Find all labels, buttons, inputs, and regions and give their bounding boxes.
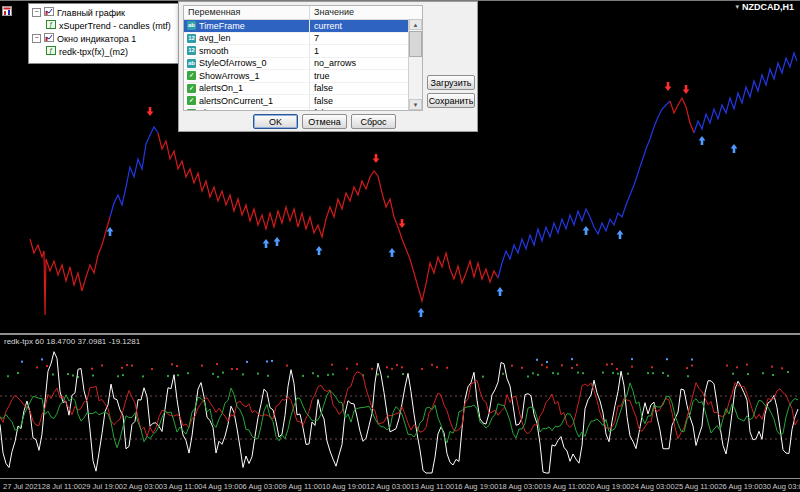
column-header-variable: Переменная xyxy=(184,6,310,19)
signal-dot-red xyxy=(331,364,333,366)
price-segment-down xyxy=(30,217,110,315)
parameter-row[interactable]: ✓alertsOn_1false xyxy=(184,83,422,96)
cancel-button[interactable]: Отмена xyxy=(302,114,347,129)
parameter-name-cell: 12smooth xyxy=(184,45,310,57)
parameter-type-icon: ✓ xyxy=(187,71,196,80)
scrollbar-thumb[interactable] xyxy=(409,31,422,57)
signal-arrow-down xyxy=(399,219,406,228)
reset-button[interactable]: Сброс xyxy=(351,114,396,129)
signal-dot-red xyxy=(561,364,563,366)
signal-arrow-up xyxy=(418,308,425,317)
chart-icon xyxy=(44,33,54,44)
indicator-panel[interactable]: redk-tpx 60 18.4700 37.0981 -19.1281 xyxy=(0,335,800,478)
signal-dot-green xyxy=(327,374,329,376)
signal-dot-green xyxy=(212,373,214,375)
parameter-value-cell[interactable]: false xyxy=(310,108,422,112)
signal-dot-blue xyxy=(571,358,573,360)
parameter-value: false xyxy=(314,96,333,106)
signal-dot-green xyxy=(577,372,579,374)
parameter-name-cell: ✓alertsMessage_1 xyxy=(184,108,310,112)
signal-dot-red xyxy=(631,366,633,368)
signal-dot-green xyxy=(617,373,619,375)
parameter-row[interactable]: ✓alertsOnCurrent_1false xyxy=(184,95,422,108)
signal-dot-red xyxy=(521,367,523,369)
signal-dot-green xyxy=(647,372,649,374)
signal-arrow-up xyxy=(389,248,396,257)
tree-expand-icon[interactable]: − xyxy=(32,8,41,17)
signal-dot-red xyxy=(126,364,128,366)
parameter-name-cell: ✓ShowArrows_1 xyxy=(184,70,310,82)
navigator-item[interactable]: −Главный график xyxy=(29,6,181,19)
signal-dot-green xyxy=(222,372,224,374)
signal-dot-green xyxy=(552,372,554,374)
signal-dot-green xyxy=(532,372,534,374)
parameter-value-cell[interactable]: false xyxy=(310,83,422,95)
chart-icon xyxy=(44,7,54,18)
navigator-panel: −Главный графикƒxSuperTrend - candles (m… xyxy=(28,3,182,64)
signal-dot-blue xyxy=(631,358,633,360)
signal-dot-green xyxy=(302,375,304,377)
parameter-value: false xyxy=(314,108,333,111)
parameter-name-cell: abTimeFrame xyxy=(184,20,310,32)
parameter-value: 1 xyxy=(314,46,319,56)
signal-arrow-down xyxy=(665,82,672,91)
parameter-type-icon: 12 xyxy=(187,34,196,43)
signal-dot-red xyxy=(616,368,618,370)
signal-dot-green xyxy=(667,375,669,377)
signal-dot-blue xyxy=(21,361,23,363)
parameter-value-cell[interactable]: 1 xyxy=(310,45,422,57)
navigator-item[interactable]: ƒxSuperTrend - candles (mtf) xyxy=(29,19,181,32)
parameter-row[interactable]: 12smooth1 xyxy=(184,45,422,58)
parameter-row[interactable]: abStyleOfArrows_0no_arrows xyxy=(184,58,422,71)
parameter-value-cell[interactable]: current xyxy=(310,20,422,32)
signal-arrow-down xyxy=(373,154,380,163)
parameter-name: TimeFrame xyxy=(199,21,245,31)
signal-dot-red xyxy=(726,365,728,367)
parameter-row[interactable]: ✓ShowArrows_1true xyxy=(184,70,422,83)
table-scrollbar[interactable]: ▲ ▼ xyxy=(408,19,422,110)
signal-dot-red xyxy=(201,365,203,367)
signal-dot-red xyxy=(651,366,653,368)
parameter-value-cell[interactable]: 7 xyxy=(310,33,422,45)
signal-dot-green xyxy=(537,374,539,376)
scrollbar-down-button[interactable]: ▼ xyxy=(409,99,422,110)
time-axis-label: 6 Aug 03:00 xyxy=(243,482,283,491)
signal-dot-green xyxy=(732,373,734,375)
parameter-value: 7 xyxy=(314,33,319,43)
signal-dot-green xyxy=(167,375,169,377)
ok-button[interactable]: OK xyxy=(253,114,298,129)
save-button[interactable]: Сохранить xyxy=(427,93,475,108)
signal-dot-red xyxy=(611,363,613,365)
signal-dot-red xyxy=(286,365,288,367)
parameter-row[interactable]: abTimeFramecurrent xyxy=(184,20,422,33)
parameter-row[interactable]: 12avg_len7 xyxy=(184,33,422,46)
parameter-value-cell[interactable]: true xyxy=(310,70,422,82)
signal-dot-red xyxy=(396,364,398,366)
navigator-item[interactable]: −Окно индикатора 1 xyxy=(29,32,181,45)
time-axis-label: 27 Jul 2021 xyxy=(3,482,42,491)
parameter-row[interactable]: ✓alertsMessage_1false xyxy=(184,108,422,112)
parameters-table: Переменная Значение abTimeFramecurrent12… xyxy=(183,5,423,111)
signal-dot-green xyxy=(602,372,604,374)
time-axis-label: 2 Aug 03:00 xyxy=(123,482,163,491)
signal-dot-green xyxy=(612,372,614,374)
navigator-item-label: xSuperTrend - candles (mtf) xyxy=(59,21,171,31)
dropdown-triangle-icon: ▾ xyxy=(735,3,739,11)
panel-divider[interactable] xyxy=(0,333,800,335)
signal-dot-red xyxy=(216,363,218,365)
load-button[interactable]: Загрузить xyxy=(427,75,475,90)
signal-dot-red xyxy=(371,368,373,370)
navigator-item[interactable]: ƒredk-tpx(fx)_(m2) xyxy=(29,45,181,58)
scrollbar-up-button[interactable]: ▲ xyxy=(409,19,422,30)
signal-dot-red xyxy=(606,364,608,366)
signal-arrow-up xyxy=(583,226,590,235)
signal-arrow-up xyxy=(107,227,114,236)
time-axis-label: 16 Aug 19:00 xyxy=(454,482,498,491)
price-segment-up xyxy=(694,53,797,133)
parameter-value-cell[interactable]: no_arrows xyxy=(310,58,422,70)
indicator-values-label: redk-tpx 60 18.4700 37.0981 -19.1281 xyxy=(4,337,140,346)
parameter-type-icon: 12 xyxy=(187,46,196,55)
parameter-value-cell[interactable]: false xyxy=(310,95,422,107)
tree-expand-icon[interactable]: − xyxy=(32,34,41,43)
signal-dot-green xyxy=(187,372,189,374)
